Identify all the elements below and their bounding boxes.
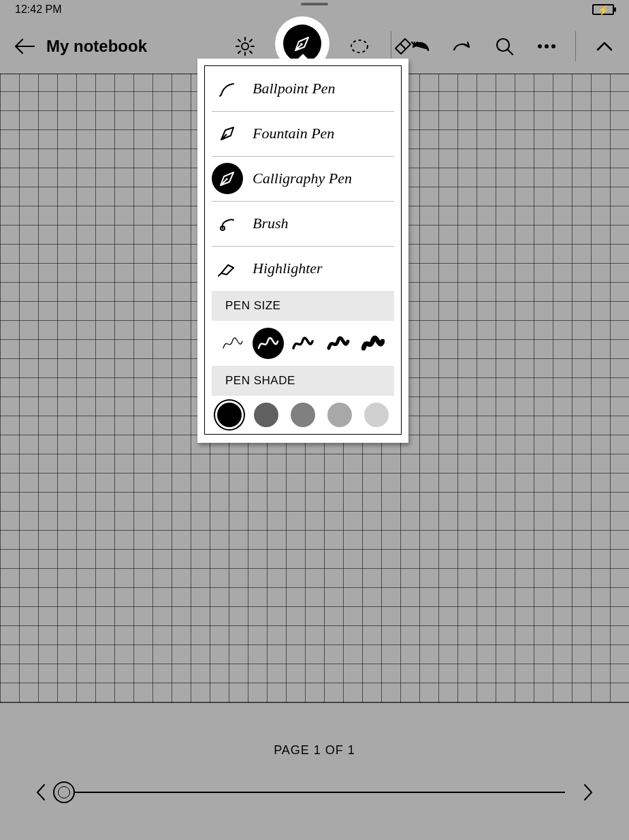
pen-nib-icon [292, 33, 312, 54]
pen-option-calligraphy-pen[interactable]: Calligraphy Pen [205, 156, 401, 201]
redo-icon [451, 39, 473, 54]
pen-shade-title: PEN SHADE [212, 366, 394, 396]
pen-option-label: Calligraphy Pen [253, 170, 352, 187]
chevron-left-icon [35, 783, 46, 801]
undo-button[interactable] [406, 33, 434, 60]
pen-option-icon [212, 73, 243, 104]
svg-point-9 [300, 43, 303, 46]
pen-option-icon [212, 208, 243, 239]
pen-shade-1[interactable] [217, 403, 242, 427]
svg-point-16 [551, 44, 555, 48]
pen-option-highlighter[interactable]: Highlighter [205, 246, 401, 291]
pen-option-ballpoint-pen[interactable]: Ballpoint Pen [205, 66, 401, 111]
window-grabber[interactable] [301, 3, 328, 5]
undo-icon [409, 39, 431, 54]
more-button[interactable] [533, 33, 560, 60]
pen-size-5[interactable] [357, 328, 389, 359]
pen-option-label: Highlighter [253, 260, 323, 277]
pen-shade-4[interactable] [327, 403, 352, 427]
chevron-right-icon [583, 783, 594, 801]
redo-button[interactable] [449, 33, 476, 60]
brightness-icon [235, 36, 255, 57]
pen-size-1[interactable] [217, 328, 248, 359]
pen-size-3[interactable] [287, 328, 319, 359]
svg-line-7 [250, 40, 252, 42]
slider-handle[interactable] [53, 781, 75, 803]
more-icon [537, 44, 556, 49]
pen-option-icon [212, 163, 243, 194]
pen-option-label: Ballpoint Pen [253, 80, 336, 97]
prev-page-button[interactable] [27, 779, 54, 806]
svg-point-10 [351, 40, 368, 52]
svg-point-0 [242, 43, 248, 50]
pen-size-2[interactable] [253, 328, 284, 359]
pen-option-fountain-pen[interactable]: Fountain Pen [205, 111, 401, 156]
divider [391, 31, 391, 61]
pen-option-icon [212, 118, 243, 149]
lasso-icon [349, 38, 370, 55]
bottom-bar: PAGE 1 OF 1 [0, 704, 629, 840]
collapse-button[interactable] [591, 33, 618, 60]
svg-line-6 [250, 51, 252, 53]
lasso-button[interactable] [346, 33, 373, 60]
pen-size-title: PEN SIZE [212, 291, 394, 321]
pen-option-brush[interactable]: Brush [205, 201, 401, 246]
pen-shade-2[interactable] [254, 403, 278, 427]
search-button[interactable] [491, 33, 518, 60]
battery-icon: ⚡ [592, 4, 614, 15]
svg-point-14 [538, 44, 542, 48]
svg-line-13 [508, 50, 513, 55]
svg-line-5 [238, 40, 240, 42]
svg-point-18 [225, 178, 227, 180]
pen-option-icon [212, 253, 243, 284]
brightness-button[interactable] [231, 33, 259, 60]
pen-shade-5[interactable] [364, 403, 389, 427]
svg-line-8 [238, 51, 240, 53]
divider [575, 31, 576, 61]
pen-settings-panel: Ballpoint Pen Fountain Pen Calligraphy P… [197, 59, 408, 443]
pen-option-label: Brush [253, 215, 289, 232]
notebook-title: My notebook [46, 37, 147, 56]
panel-pointer-icon [297, 52, 309, 59]
page-slider[interactable] [64, 792, 565, 793]
back-button[interactable] [11, 33, 38, 60]
clock: 12:42 PM [15, 3, 61, 16]
svg-line-20 [219, 273, 221, 276]
svg-point-15 [545, 44, 549, 48]
search-icon [495, 37, 514, 56]
pen-shade-3[interactable] [291, 403, 315, 427]
next-page-button[interactable] [575, 779, 602, 806]
chevron-up-icon [596, 41, 613, 52]
pen-size-4[interactable] [323, 328, 354, 359]
pen-option-label: Fountain Pen [253, 125, 334, 142]
arrow-left-icon [14, 38, 35, 55]
page-indicator: PAGE 1 OF 1 [274, 743, 355, 758]
